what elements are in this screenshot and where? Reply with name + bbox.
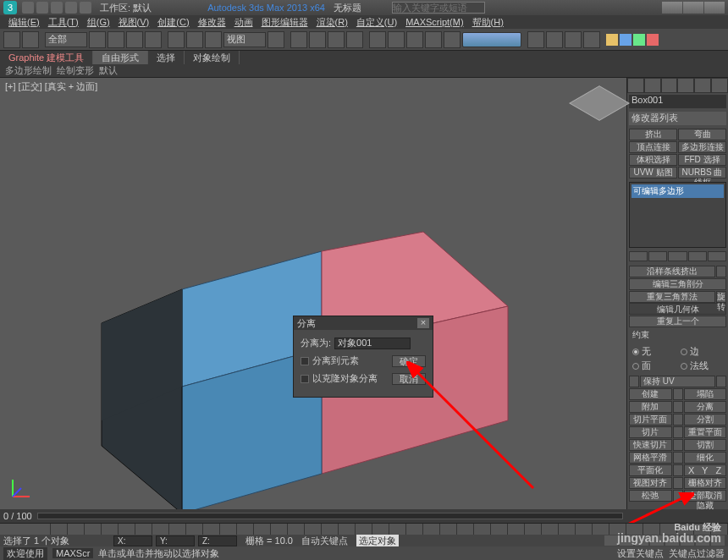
viewport[interactable]: [+] [正交] [真实 + 边面] 分离 × (0, 78, 626, 509)
detach-as-clone-checkbox[interactable] (301, 375, 309, 383)
tool-color4[interactable] (647, 34, 659, 46)
workspace-label[interactable]: 工作区: 默认 (100, 2, 152, 14)
detach-name-input[interactable] (334, 338, 411, 349)
coord-y[interactable]: Y: (156, 535, 195, 546)
modstack-item[interactable]: 可编辑多边形 (631, 184, 724, 198)
ribbon-tab-selection[interactable]: 选择 (148, 51, 185, 64)
btn-gridalign[interactable]: 栅格对齐 (684, 477, 727, 489)
btn-repeat[interactable]: 重复上一个 (629, 316, 726, 327)
dialog-cancel-button[interactable]: 取消 (392, 373, 426, 385)
coord-x[interactable]: X: (113, 535, 152, 546)
tool-render-setup[interactable] (546, 31, 563, 48)
spinner[interactable] (716, 266, 726, 277)
ribbon-tab-freeform[interactable]: 自由形式 (93, 51, 148, 64)
btn-spline-extrude[interactable]: 沿样条线挤出 (629, 266, 715, 277)
tool-color1[interactable] (606, 34, 618, 46)
viewcube[interactable] (569, 85, 630, 120)
tool-angle[interactable] (309, 31, 326, 48)
tool-undo[interactable] (3, 31, 20, 48)
tool-scale[interactable] (205, 31, 222, 48)
nav-btn[interactable] (650, 535, 664, 546)
menu-tools[interactable]: 工具(T) (45, 16, 82, 29)
stack-remove-icon[interactable] (688, 251, 707, 261)
tool-material[interactable] (527, 31, 544, 48)
btn-split[interactable]: 分割 (684, 414, 727, 425)
btn-viewalign[interactable]: 视图对齐 (629, 477, 672, 489)
tool-schematic[interactable] (444, 31, 461, 48)
stack-pin-icon[interactable] (629, 251, 648, 261)
dialog-close-button[interactable]: × (417, 318, 429, 328)
tool-select-name[interactable] (108, 31, 124, 48)
stack-unique-icon[interactable] (668, 251, 687, 261)
selkey-button[interactable]: 选定对象 (356, 535, 399, 547)
tool-frame-buffer[interactable] (565, 31, 582, 48)
ribbon-sub-default[interactable]: 默认 (99, 64, 118, 76)
time-slider[interactable]: 0 / 100 (0, 509, 626, 523)
btn-planar[interactable]: 平面化 (629, 464, 672, 476)
ribbon-sub-polydraw[interactable]: 多边形绘制 (5, 64, 52, 76)
stack-config-icon[interactable] (708, 251, 726, 261)
btn-quickslice[interactable]: 快速切片 (629, 439, 672, 451)
constraint-normal[interactable]: 法线 (681, 360, 724, 372)
cmd-tab-create[interactable] (627, 78, 644, 93)
menu-view[interactable]: 视图(V) (115, 16, 153, 29)
nav-btn[interactable] (665, 535, 679, 546)
qat-btn[interactable] (65, 2, 77, 14)
tool-spinner[interactable] (346, 31, 363, 48)
rollout-header[interactable]: 编辑几何体 (629, 303, 726, 315)
object-name-field[interactable]: Box001 (629, 95, 726, 108)
constraint-none[interactable]: 无 (632, 345, 676, 358)
btn-tess[interactable]: 细化 (684, 452, 727, 464)
time-track[interactable] (37, 513, 623, 519)
btn-edit-tri[interactable]: 编辑三角剖分 (629, 278, 726, 290)
tool-color3[interactable] (633, 34, 645, 46)
nav-btn[interactable] (620, 535, 633, 546)
btn-detach[interactable]: 分离 (684, 401, 727, 413)
tool-move[interactable] (168, 31, 185, 48)
viewport-label[interactable]: [+] [正交] [真实 + 边面] (5, 80, 97, 93)
cmd-tab-motion[interactable] (677, 78, 694, 93)
maximize-button[interactable] (683, 2, 703, 14)
help-search-input[interactable] (392, 2, 485, 14)
btn-msmooth[interactable]: 网格平滑 (629, 452, 672, 464)
ribbon-sub-paint[interactable]: 绘制变形 (57, 64, 94, 76)
menu-animation[interactable]: 动画 (231, 16, 256, 29)
spinner[interactable] (673, 401, 683, 413)
tool-curve[interactable] (425, 31, 442, 48)
minimize-button[interactable] (662, 2, 682, 14)
maxscript-label[interactable]: MAXScr (52, 548, 93, 558)
btn-relax[interactable]: 松弛 (629, 490, 672, 502)
menu-help[interactable]: 帮助(H) (469, 16, 507, 29)
menu-maxscript[interactable]: MAXScript(M) (402, 17, 466, 27)
menu-group[interactable]: 组(G) (84, 16, 113, 29)
ribbon-tab-graphite[interactable]: Graphite 建模工具 (0, 51, 93, 64)
cmd-tab-modify[interactable] (644, 78, 661, 93)
cmd-tab-hierarchy[interactable] (661, 78, 678, 93)
tool-mirror[interactable] (369, 31, 386, 48)
named-selection[interactable] (462, 32, 521, 47)
close-button[interactable] (704, 2, 725, 14)
preserve-uv-checkbox[interactable] (629, 376, 639, 387)
btn-slice-plane[interactable]: 切片平面 (629, 414, 672, 425)
tool-color2[interactable] (620, 34, 631, 46)
mod-btn[interactable]: 弯曲 (678, 129, 726, 140)
menu-render[interactable]: 渲染(R) (313, 16, 351, 29)
track-bar[interactable] (0, 523, 728, 535)
btn-reset[interactable]: 重置平面 (684, 426, 727, 438)
tool-window[interactable] (145, 31, 162, 48)
tool-layer[interactable] (406, 31, 423, 48)
nav-btn[interactable] (635, 535, 648, 546)
coord-z[interactable]: Z: (198, 535, 237, 546)
ref-coord[interactable]: 视图 (223, 32, 266, 47)
stack-show-icon[interactable] (648, 251, 667, 261)
tool-snap[interactable] (290, 31, 307, 48)
mod-btn[interactable]: FFD 选择 (678, 154, 726, 166)
cmd-tab-display[interactable] (694, 78, 711, 93)
btn-retri[interactable]: 重复三角算法 (629, 291, 715, 303)
nav-btn[interactable] (604, 535, 618, 546)
btn-create[interactable]: 创建 (629, 388, 672, 400)
tool-percent[interactable] (328, 31, 345, 48)
menu-modifiers[interactable]: 修改器 (195, 16, 229, 29)
menu-create[interactable]: 创建(C) (154, 16, 192, 29)
modifier-list-dropdown[interactable]: 修改器列表 (629, 112, 726, 125)
